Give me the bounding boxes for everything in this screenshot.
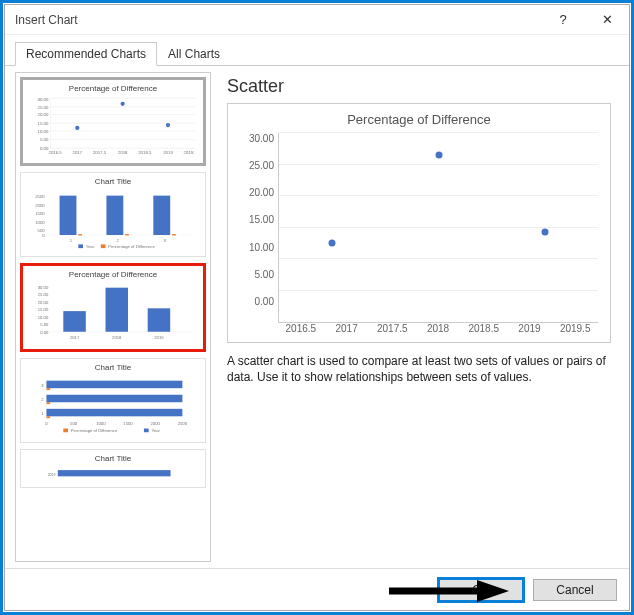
chart-thumb-clustered-column[interactable]: Chart Title 25002000 xyxy=(20,172,206,257)
svg-text:0: 0 xyxy=(42,233,45,238)
dialog-footer: OK Cancel xyxy=(5,568,629,610)
chart-thumb-bar[interactable]: Chart Title 3 2 1 xyxy=(20,358,206,443)
svg-text:2016.5: 2016.5 xyxy=(48,150,62,155)
svg-text:Percentage of Difference: Percentage of Difference xyxy=(108,244,155,249)
tab-recommended[interactable]: Recommended Charts xyxy=(15,42,157,66)
svg-rect-47 xyxy=(106,288,129,332)
svg-text:3: 3 xyxy=(41,383,44,388)
chart-description: A scatter chart is used to compare at le… xyxy=(227,353,611,385)
svg-text:0.00: 0.00 xyxy=(40,330,49,335)
svg-text:1500: 1500 xyxy=(123,421,133,426)
svg-text:2018: 2018 xyxy=(118,150,128,155)
chart-preview: Percentage of Difference 30.00 25.00 20.… xyxy=(227,103,611,343)
chart-thumb-bar-2[interactable]: Chart Title 2019 xyxy=(20,449,206,488)
svg-rect-31 xyxy=(172,234,176,235)
chart-preview-panel: Scatter Percentage of Difference 30.00 2… xyxy=(219,72,619,562)
svg-text:2017: 2017 xyxy=(70,335,80,340)
svg-text:2018.5: 2018.5 xyxy=(138,150,152,155)
svg-text:Year: Year xyxy=(86,244,95,249)
svg-text:20.00: 20.00 xyxy=(38,112,49,117)
plot-area xyxy=(278,133,598,323)
svg-text:2019.5: 2019.5 xyxy=(184,150,195,155)
ok-button[interactable]: OK xyxy=(439,579,523,601)
tab-all-charts[interactable]: All Charts xyxy=(157,42,231,66)
svg-text:2017: 2017 xyxy=(72,150,82,155)
svg-text:2500: 2500 xyxy=(178,421,188,426)
svg-rect-26 xyxy=(60,196,77,235)
mini-scatter: 30.00 25.00 20.00 15.00 10.00 5.00 0.00 … xyxy=(27,95,199,159)
svg-text:2019: 2019 xyxy=(154,335,164,340)
data-point xyxy=(435,152,442,159)
svg-rect-62 xyxy=(46,402,50,404)
svg-text:2018: 2018 xyxy=(112,335,122,340)
svg-text:2500: 2500 xyxy=(35,194,45,199)
svg-text:5.00: 5.00 xyxy=(40,137,49,142)
svg-text:2: 2 xyxy=(117,238,120,243)
help-button[interactable]: ? xyxy=(541,5,585,35)
scatter-plot: 30.00 25.00 20.00 15.00 10.00 5.00 0.00 xyxy=(240,133,598,323)
svg-text:1500: 1500 xyxy=(35,211,45,216)
svg-text:15.00: 15.00 xyxy=(38,307,49,312)
mini-bar: 3 2 1 0 500 1000 1500 2000 2500 xyxy=(25,374,201,438)
svg-text:15.00: 15.00 xyxy=(38,121,49,126)
svg-rect-61 xyxy=(46,395,182,403)
data-point xyxy=(541,228,548,235)
svg-text:2017.5: 2017.5 xyxy=(93,150,107,155)
svg-text:25.00: 25.00 xyxy=(38,292,49,297)
mini-clustered-column: 25002000 15001000 5000 1 2 3 Year xyxy=(25,188,201,252)
svg-text:1: 1 xyxy=(70,238,73,243)
svg-text:2: 2 xyxy=(41,397,44,402)
svg-point-8 xyxy=(75,126,79,130)
svg-rect-27 xyxy=(106,196,123,235)
svg-text:3: 3 xyxy=(163,238,166,243)
svg-text:30.00: 30.00 xyxy=(38,285,49,290)
svg-rect-64 xyxy=(46,416,50,418)
svg-rect-43 xyxy=(101,244,106,248)
svg-rect-28 xyxy=(153,196,170,235)
titlebar: Insert Chart ? ✕ xyxy=(5,5,629,35)
svg-text:20.00: 20.00 xyxy=(38,300,49,305)
content-area: Percentage of Difference xyxy=(5,66,629,568)
svg-text:5.00: 5.00 xyxy=(40,322,49,327)
cancel-button[interactable]: Cancel xyxy=(533,579,617,601)
chart-thumbnails-panel[interactable]: Percentage of Difference xyxy=(15,72,211,562)
svg-rect-46 xyxy=(63,311,86,332)
svg-text:1: 1 xyxy=(41,411,44,416)
insert-chart-dialog: Insert Chart ? ✕ Recommended Charts All … xyxy=(4,4,630,611)
svg-text:Year: Year xyxy=(151,428,160,433)
svg-text:1000: 1000 xyxy=(35,220,45,225)
svg-rect-63 xyxy=(46,409,182,417)
svg-text:2019: 2019 xyxy=(48,473,56,477)
chart-thumb-scatter[interactable]: Percentage of Difference xyxy=(20,77,206,166)
svg-text:2000: 2000 xyxy=(35,203,45,208)
svg-text:25.00: 25.00 xyxy=(38,105,49,110)
svg-text:Percentage of Difference: Percentage of Difference xyxy=(71,428,118,433)
svg-point-9 xyxy=(121,102,125,106)
svg-rect-59 xyxy=(46,381,182,389)
data-point xyxy=(329,240,336,247)
x-axis: 2016.5 2017 2017.5 2018 2018.5 2019 2019… xyxy=(278,323,598,334)
dialog-title: Insert Chart xyxy=(15,13,541,27)
svg-text:1000: 1000 xyxy=(96,421,106,426)
y-axis: 30.00 25.00 20.00 15.00 10.00 5.00 0.00 xyxy=(240,133,278,323)
svg-text:0: 0 xyxy=(45,421,48,426)
svg-rect-78 xyxy=(58,470,171,476)
close-button[interactable]: ✕ xyxy=(585,5,629,35)
svg-rect-48 xyxy=(148,308,171,331)
chart-title: Percentage of Difference xyxy=(240,112,598,127)
svg-rect-30 xyxy=(125,234,129,235)
svg-point-10 xyxy=(166,123,170,127)
mini-column: 30.00 25.00 20.00 15.00 10.00 5.00 0.00 … xyxy=(27,281,199,345)
svg-rect-74 xyxy=(63,429,68,433)
svg-text:500: 500 xyxy=(70,421,78,426)
svg-rect-60 xyxy=(46,388,50,390)
mini-bar-2: 2019 xyxy=(25,465,201,483)
tab-bar: Recommended Charts All Charts xyxy=(5,35,629,66)
svg-text:10.00: 10.00 xyxy=(38,129,49,134)
svg-text:2000: 2000 xyxy=(151,421,161,426)
chart-thumb-column-highlighted[interactable]: Percentage of Difference 30.00 25.00 20.… xyxy=(20,263,206,352)
svg-rect-41 xyxy=(78,244,83,248)
chart-type-heading: Scatter xyxy=(227,76,611,97)
svg-text:30.00: 30.00 xyxy=(38,97,49,102)
svg-text:10.00: 10.00 xyxy=(38,315,49,320)
